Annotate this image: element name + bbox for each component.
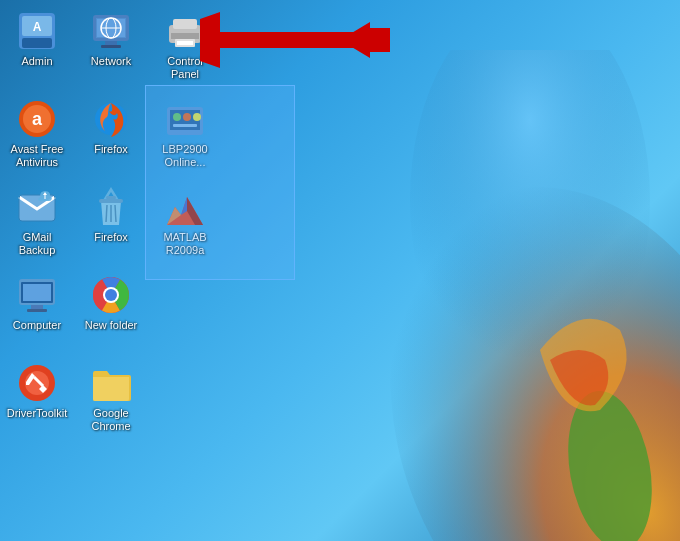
svg-point-29 bbox=[173, 113, 181, 121]
recycle-bin-label: Firefox bbox=[94, 231, 128, 244]
avast-label: Avast Free Antivirus bbox=[4, 143, 70, 169]
icon-gmail-backup[interactable]: GMail Backup bbox=[0, 181, 74, 269]
desktop: A Admin Computer bbox=[0, 0, 680, 541]
icon-control-panel[interactable]: LBP2900 Online... bbox=[148, 93, 222, 181]
icon-firefox[interactable]: Firefox bbox=[74, 93, 148, 181]
icon-new-folder[interactable]: Google Chrome bbox=[74, 357, 148, 445]
svg-text:a: a bbox=[32, 109, 43, 129]
svg-rect-20 bbox=[105, 41, 117, 45]
svg-text:A: A bbox=[33, 20, 42, 34]
admin-icon: A bbox=[17, 11, 57, 51]
recycle-bin-icon bbox=[91, 187, 131, 227]
new-folder-icon bbox=[91, 363, 131, 403]
icon-network[interactable]: Network bbox=[74, 5, 148, 93]
icon-matlab[interactable]: MATLAB R2009a bbox=[148, 181, 222, 269]
svg-point-30 bbox=[183, 113, 191, 121]
control-panel-label: LBP2900 Online... bbox=[152, 143, 218, 169]
svg-rect-22 bbox=[99, 199, 123, 203]
google-chrome-label: New folder bbox=[85, 319, 138, 332]
lbp2900-icon bbox=[165, 11, 205, 51]
svg-rect-54 bbox=[220, 32, 368, 48]
firefox-label: Firefox bbox=[94, 143, 128, 156]
icon-google-chrome[interactable]: New folder bbox=[74, 269, 148, 357]
desktop-icons-container: A Admin Computer bbox=[0, 5, 222, 525]
icon-computer[interactable]: Computer bbox=[0, 269, 74, 357]
svg-rect-11 bbox=[23, 284, 51, 301]
svg-rect-23 bbox=[106, 196, 116, 199]
network-label: Network bbox=[91, 55, 131, 68]
firefox-icon bbox=[91, 99, 131, 139]
svg-point-31 bbox=[193, 113, 201, 121]
network-icon bbox=[91, 11, 131, 51]
icon-avast[interactable]: a Avast Free Antivirus bbox=[0, 93, 74, 181]
computer-icon bbox=[17, 275, 57, 315]
svg-rect-46 bbox=[177, 41, 193, 45]
new-folder-label: Google Chrome bbox=[78, 407, 144, 433]
admin-label: Admin bbox=[21, 55, 52, 68]
svg-point-41 bbox=[105, 289, 117, 301]
matlab-label: MATLAB R2009a bbox=[152, 231, 218, 257]
computer-label: Computer bbox=[13, 319, 61, 332]
svg-rect-43 bbox=[173, 19, 197, 29]
avast-icon: a bbox=[17, 99, 57, 139]
svg-rect-5 bbox=[22, 38, 52, 48]
lbp2900-label: Control Panel bbox=[152, 55, 218, 81]
driver-toolkit-icon bbox=[17, 363, 57, 403]
red-arrow bbox=[200, 10, 400, 70]
svg-rect-13 bbox=[27, 309, 47, 312]
icon-lbp2900[interactable]: Control Panel bbox=[148, 5, 222, 93]
control-panel-icon bbox=[165, 99, 205, 139]
icon-admin[interactable]: A Admin bbox=[0, 5, 74, 93]
google-chrome-icon bbox=[91, 275, 131, 315]
svg-rect-32 bbox=[173, 124, 197, 127]
svg-rect-21 bbox=[101, 45, 121, 48]
svg-line-26 bbox=[115, 205, 116, 222]
gmail-backup-icon bbox=[17, 187, 57, 227]
driver-toolkit-label: DriverToolkit bbox=[7, 407, 68, 420]
gmail-backup-label: GMail Backup bbox=[4, 231, 70, 257]
icon-driver-toolkit[interactable]: DriverToolkit bbox=[0, 357, 74, 445]
svg-rect-44 bbox=[171, 33, 199, 39]
windows-logo bbox=[380, 50, 680, 541]
matlab-icon bbox=[165, 187, 205, 227]
svg-line-24 bbox=[106, 205, 107, 222]
icon-recycle-bin[interactable]: Firefox bbox=[74, 181, 148, 269]
svg-rect-12 bbox=[31, 305, 43, 309]
